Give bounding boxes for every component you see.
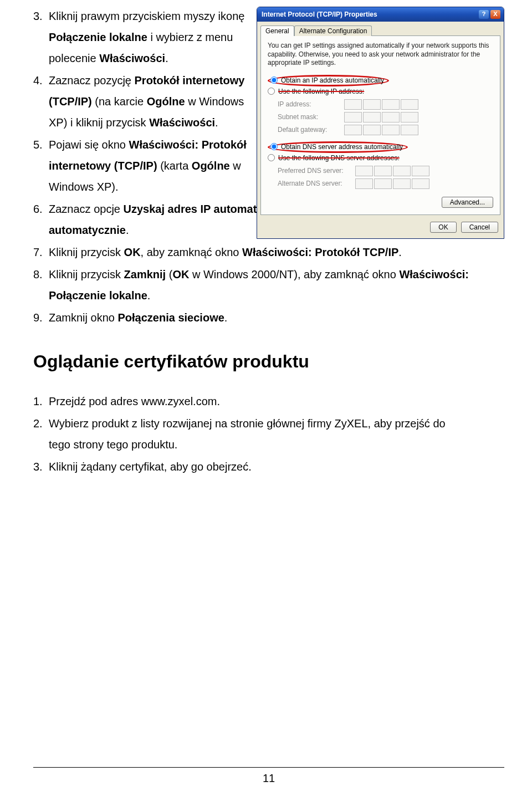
label-ip-address: IP address: bbox=[278, 100, 344, 108]
dialog-description: You can get IP settings assigned automat… bbox=[268, 42, 493, 68]
radio-use-dns[interactable] bbox=[268, 154, 275, 161]
step-5: 5. Pojawi się okno Właściwości: Protokół… bbox=[33, 134, 249, 197]
step-3: 3. Kliknij prawym przyciskiem myszy ikon… bbox=[33, 6, 249, 69]
page-number: 11 bbox=[263, 772, 275, 784]
tab-body: You can get IP settings assigned automat… bbox=[260, 35, 500, 215]
ok-button[interactable]: OK bbox=[430, 222, 456, 233]
label-preferred-dns: Preferred DNS server: bbox=[278, 167, 355, 175]
default-gateway-field bbox=[344, 125, 493, 135]
radio-use-dns-label: Use the following DNS server addresses: bbox=[278, 154, 400, 162]
dialog-titlebar: Internet Protocol (TCP/IP) Properties ? … bbox=[257, 7, 504, 22]
cancel-button[interactable]: Cancel bbox=[461, 222, 498, 233]
step-9: 9. Zamknij okno Połączenia sieciowe. bbox=[33, 307, 504, 328]
close-icon[interactable]: X bbox=[490, 10, 500, 19]
subnet-mask-field bbox=[344, 112, 493, 122]
radio-use-ip-row: Use the following IP address: bbox=[268, 87, 493, 96]
step-7: 7. Kliknij przycisk OK, aby zamknąć okno… bbox=[33, 242, 504, 263]
tab-strip: General Alternate Configuration bbox=[257, 22, 504, 35]
label-subnet-mask: Subnet mask: bbox=[278, 113, 344, 121]
step-4: 4. Zaznacz pozycję Protokół internetowy … bbox=[33, 70, 249, 133]
dialog-title: Internet Protocol (TCP/IP) Properties bbox=[262, 11, 477, 18]
tcpip-properties-dialog: Internet Protocol (TCP/IP) Properties ? … bbox=[257, 7, 504, 239]
alternate-dns-field bbox=[355, 178, 493, 189]
obtain-dns-circled: Obtain DNS server address automatically bbox=[268, 141, 408, 153]
radio-obtain-dns[interactable] bbox=[270, 143, 278, 150]
page-footer: 11 bbox=[33, 767, 504, 785]
tab-alternate-configuration[interactable]: Alternate Configuration bbox=[294, 25, 372, 36]
radio-use-dns-row: Use the following DNS server addresses: bbox=[268, 154, 493, 162]
tab-general[interactable]: General bbox=[260, 25, 294, 36]
help-icon[interactable]: ? bbox=[479, 10, 489, 19]
preferred-dns-field bbox=[355, 166, 493, 176]
radio-obtain-ip[interactable] bbox=[270, 76, 278, 84]
radio-obtain-ip-label: Obtain an IP address automatically bbox=[281, 76, 384, 84]
cert-step-2: 2. Wybierz produkt z listy rozwijanej na… bbox=[33, 413, 504, 455]
radio-obtain-dns-label: Obtain DNS server address automatically bbox=[281, 143, 403, 151]
obtain-ip-circled: Obtain an IP address automatically bbox=[268, 75, 389, 86]
label-default-gateway: Default gateway: bbox=[278, 126, 344, 134]
radio-use-ip[interactable] bbox=[268, 88, 275, 95]
label-alternate-dns: Alternate DNS server: bbox=[278, 180, 355, 187]
ip-address-field bbox=[344, 99, 493, 110]
radio-use-ip-label: Use the following IP address: bbox=[278, 88, 364, 95]
cert-step-1: 1. Przejdź pod adres www.zyxel.com. bbox=[33, 391, 504, 412]
advanced-button[interactable]: Advanced... bbox=[442, 197, 493, 208]
section-heading: Oglądanie certyfikatów produktu bbox=[33, 351, 504, 372]
cert-step-3: 3. Kliknij żądany certyfikat, aby go obe… bbox=[33, 456, 504, 477]
step-8: 8. Kliknij przycisk Zamknij (OK w Window… bbox=[33, 264, 504, 306]
